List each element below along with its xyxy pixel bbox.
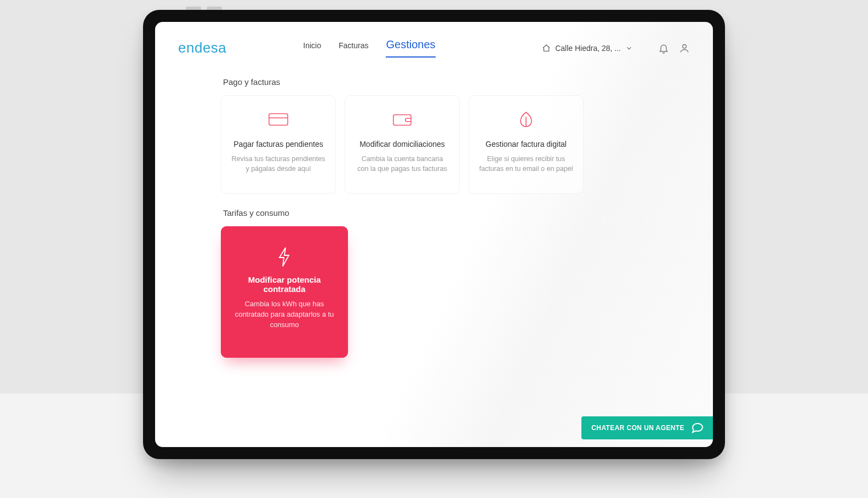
chat-with-agent-button[interactable]: CHATEAR CON UN AGENTE <box>581 416 713 439</box>
card-title: Gestionar factura digital <box>479 140 573 148</box>
svg-point-0 <box>683 44 687 48</box>
brand-logo[interactable]: endesa <box>178 39 226 56</box>
nav-inicio[interactable]: Inicio <box>303 41 321 55</box>
card-desc: Cambia los kWh que has contratado para a… <box>231 299 338 330</box>
chevron-down-icon <box>625 44 633 52</box>
content-area: Pago y facturas Pagar facturas pendiente… <box>155 58 713 358</box>
card-title: Pagar facturas pendientes <box>231 140 326 148</box>
card-desc: Elige si quieres recibir tus facturas en… <box>479 154 573 174</box>
nav-facturas[interactable]: Facturas <box>339 41 368 55</box>
main-nav: Inicio Facturas Gestiones <box>303 38 435 58</box>
card-modificar-potencia[interactable]: Modificar potencia contratada Cambia los… <box>221 226 348 358</box>
svg-rect-3 <box>393 115 411 125</box>
chat-label: CHATEAR CON UN AGENTE <box>591 424 684 432</box>
leaf-icon <box>479 111 573 130</box>
home-icon <box>542 44 551 53</box>
pago-cards-row: Pagar facturas pendientes Revisa tus fac… <box>221 95 675 194</box>
bolt-icon <box>231 247 338 265</box>
wallet-icon <box>355 111 449 130</box>
address-selector[interactable]: Calle Hiedra, 28, ... <box>542 44 633 53</box>
nav-gestiones[interactable]: Gestiones <box>386 38 435 58</box>
tablet-frame: endesa Inicio Facturas Gestiones Calle H… <box>143 10 725 459</box>
address-label: Calle Hiedra, 28, ... <box>555 44 621 53</box>
card-desc: Cambia la cuenta bancaria con la que pag… <box>355 154 449 174</box>
section-title-tarifas: Tarifas y consumo <box>223 208 675 217</box>
card-desc: Revisa tus facturas pendientes y págalas… <box>231 154 326 174</box>
card-title: Modificar domiciliaciones <box>355 140 449 148</box>
card-pagar-facturas[interactable]: Pagar facturas pendientes Revisa tus fac… <box>221 95 336 194</box>
bell-icon[interactable] <box>658 43 669 54</box>
card-title: Modificar potencia contratada <box>231 275 338 294</box>
chat-icon <box>691 422 704 434</box>
svg-rect-1 <box>269 114 288 125</box>
card-icon <box>231 111 326 130</box>
card-factura-digital[interactable]: Gestionar factura digital Elige si quier… <box>469 95 584 194</box>
tarifas-cards-row: Modificar potencia contratada Cambia los… <box>221 226 675 358</box>
card-modificar-domiciliaciones[interactable]: Modificar domiciliaciones Cambia la cuen… <box>345 95 460 194</box>
app-screen: endesa Inicio Facturas Gestiones Calle H… <box>155 22 713 447</box>
user-icon[interactable] <box>679 43 690 54</box>
section-title-pago: Pago y facturas <box>223 77 675 87</box>
header: endesa Inicio Facturas Gestiones Calle H… <box>155 22 713 58</box>
header-icon-group <box>658 43 690 54</box>
